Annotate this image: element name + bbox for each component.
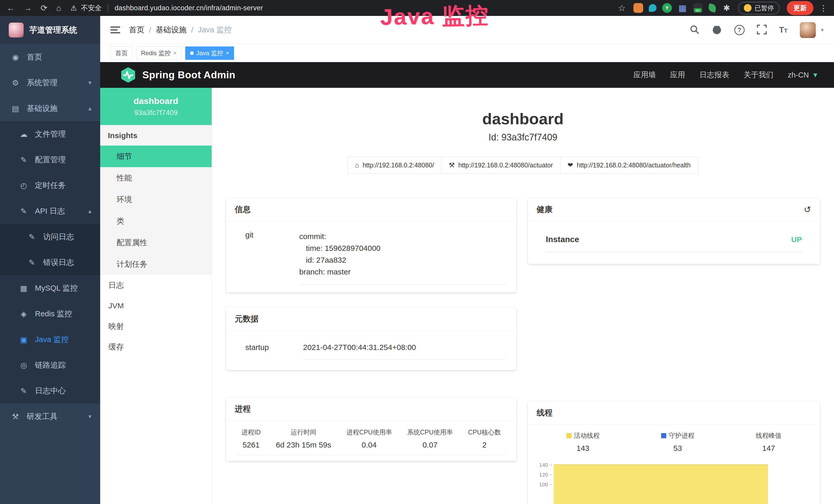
chevron-up-icon: ▴ <box>88 207 91 215</box>
extension-icon-grid[interactable]: ▦ <box>678 3 687 13</box>
extension-icon-dark[interactable]: ✱ <box>722 3 731 13</box>
extension-icon-on-switch[interactable]: on <box>693 3 703 13</box>
tag-view-bar: 首页 Redis 监控 × Java 监控 × <box>100 44 834 62</box>
home-icon[interactable]: ⌂ <box>56 3 61 13</box>
legend-square-blue <box>661 433 666 438</box>
sba-nav-applications[interactable]: 应用 <box>670 70 685 80</box>
service-url-link[interactable]: ⌂ http://192.168.0.2:48080/ <box>348 157 441 174</box>
app-title: 芋道管理系统 <box>29 25 77 36</box>
app-logo[interactable]: 芋道管理系统 <box>0 16 100 44</box>
sidebar-item-java-monitor[interactable]: ▣ Java 监控 <box>0 327 100 352</box>
font-size-icon[interactable]: TT <box>779 25 788 35</box>
info-key: git <box>245 231 299 285</box>
threads-live-stat: 活动线程 143 <box>566 431 600 453</box>
hamburger-icon[interactable] <box>110 26 120 34</box>
sba-nav-details[interactable]: 细节 <box>100 145 212 167</box>
sidebar-item-scheduled-tasks[interactable]: ◴ 定时任务 <box>0 173 100 198</box>
extension-icon-green-circle[interactable]: Y <box>662 3 672 13</box>
sba-logo-icon <box>121 68 136 83</box>
update-button[interactable]: 更新 <box>787 1 813 15</box>
browser-toolbar: ← → ⟳ ⌂ ⚠ 不安全 dashboard.yudao.iocoder.cn… <box>0 0 834 16</box>
sba-nav-about[interactable]: 关于我们 <box>744 70 773 80</box>
health-instance-row[interactable]: Instance UP <box>546 235 802 252</box>
github-icon[interactable] <box>712 24 722 36</box>
instance-id: Id: 93a3fc7f7409 <box>212 132 834 143</box>
health-url-link[interactable]: ❤ http://192.168.0.2:48080/actuator/heal… <box>560 157 698 174</box>
fullscreen-icon[interactable] <box>757 25 767 36</box>
tab-home[interactable]: 首页 <box>110 46 133 60</box>
address-bar[interactable]: ⚠ 不安全 dashboard.yudao.iocoder.cn/infra/a… <box>70 3 263 13</box>
user-avatar[interactable] <box>800 22 816 38</box>
sidebar-item-access-logs[interactable]: ✎ 访问日志 <box>0 224 100 250</box>
close-icon[interactable]: × <box>173 50 177 56</box>
sba-nav-config-props[interactable]: 配置属性 <box>100 232 212 253</box>
bookmark-star-icon[interactable]: ☆ <box>618 3 626 13</box>
sidebar-item-error-logs[interactable]: ✎ 错误日志 <box>0 250 100 275</box>
dashboard-icon: ◉ <box>11 53 20 62</box>
sba-header: Spring Boot Admin 应用墙 应用 日志报表 关于我们 zh-CN… <box>100 62 834 88</box>
app-sidebar: 芋道管理系统 ◉ 首页 ⚙ 系统管理 ▾ ▤ 基础设施 ▴ ☁ 文件管理 ✎ 配… <box>0 16 100 504</box>
sba-nav-caches[interactable]: 缓存 <box>100 337 212 357</box>
extension-icon-leaf[interactable] <box>708 3 717 13</box>
sba-brand[interactable]: Spring Boot Admin <box>121 68 235 83</box>
sba-nav-environment[interactable]: 环境 <box>100 189 212 210</box>
infrastructure-icon: ▤ <box>11 104 20 113</box>
header-actions: ? TT ▾ <box>690 22 824 38</box>
actuator-url-link[interactable]: ⚒ http://192.168.0.2:48080/actuator <box>441 157 561 174</box>
breadcrumb: 首页 / 基础设施 / Java 监控 <box>129 25 232 35</box>
browser-menu-icon[interactable]: ⋮ <box>820 4 827 13</box>
extension-icon-orange[interactable] <box>633 3 643 13</box>
sidebar-item-trace[interactable]: ◎ 链路追踪 <box>0 352 100 378</box>
threads-active-area <box>554 464 768 504</box>
sba-nav-performance[interactable]: 性能 <box>100 167 212 189</box>
sidebar-item-home[interactable]: ◉ 首页 <box>0 44 100 70</box>
legend-square-yellow <box>566 433 571 438</box>
locale-select[interactable]: zh-CN ▼ <box>788 71 818 79</box>
edit-icon: ✎ <box>19 155 28 164</box>
history-icon[interactable]: ↺ <box>804 204 811 215</box>
smiley-icon <box>744 4 751 12</box>
breadcrumb-home[interactable]: 首页 <box>129 25 144 35</box>
browser-nav-buttons: ← → ⟳ ⌂ <box>7 3 61 13</box>
instance-block[interactable]: dashboard 93a3fc7f7409 <box>100 88 212 125</box>
security-warning-icon: ⚠ <box>70 4 77 12</box>
tools-icon: ⚒ <box>11 412 20 421</box>
reload-icon[interactable]: ⟳ <box>41 3 47 13</box>
avatar-caret-icon[interactable]: ▾ <box>821 27 824 33</box>
threads-chart-plot <box>552 461 820 504</box>
tab-redis-monitor[interactable]: Redis 监控 × <box>136 46 182 60</box>
forward-icon[interactable]: → <box>24 3 32 13</box>
help-icon[interactable]: ? <box>734 25 745 35</box>
sidebar-item-dev-tools[interactable]: ⚒ 研发工具 ▾ <box>0 404 100 429</box>
sba-nav-journal[interactable]: 日志报表 <box>699 70 729 80</box>
sidebar-item-log-center[interactable]: ✎ 日志中心 <box>0 378 100 404</box>
paused-badge[interactable]: 已暂停 <box>738 2 780 15</box>
sba-nav-scheduled-tasks[interactable]: 计划任务 <box>100 253 212 275</box>
tab-java-monitor[interactable]: Java 监控 × <box>185 46 234 60</box>
sba-nav-logs[interactable]: 日志 <box>100 275 212 296</box>
home-icon: ⌂ <box>355 161 359 169</box>
sba-nav-wallboard[interactable]: 应用墙 <box>633 70 656 80</box>
sidebar-item-file-management[interactable]: ☁ 文件管理 <box>0 121 100 147</box>
breadcrumb-current: Java 监控 <box>198 25 232 35</box>
redis-icon: ◈ <box>19 310 28 318</box>
process-card: 进程 进程ID 5261 运行时间 6d 23h 15m 59s <box>226 397 516 461</box>
sidebar-item-redis-monitor[interactable]: ◈ Redis 监控 <box>0 301 100 327</box>
metadata-key: startup <box>245 343 303 360</box>
sidebar-item-config-management[interactable]: ✎ 配置管理 <box>0 147 100 173</box>
url-text[interactable]: dashboard.yudao.iocoder.cn/infra/admin-s… <box>114 4 263 12</box>
close-icon[interactable]: × <box>226 50 229 56</box>
sidebar-item-mysql-monitor[interactable]: ▦ MySQL 监控 <box>0 275 100 301</box>
extension-icon-drop[interactable] <box>649 4 657 12</box>
sba-nav: 应用墙 应用 日志报表 关于我们 zh-CN ▼ <box>633 70 818 80</box>
sba-nav-classes[interactable]: 类 <box>100 210 212 232</box>
sba-nav-jvm[interactable]: JVM <box>100 296 212 316</box>
process-stat: 进程ID 5261 <box>241 428 261 449</box>
search-icon[interactable] <box>690 25 699 36</box>
sba-nav-mappings[interactable]: 映射 <box>100 316 212 337</box>
sidebar-item-infrastructure[interactable]: ▤ 基础设施 ▴ <box>0 95 100 121</box>
breadcrumb-infrastructure[interactable]: 基础设施 <box>156 25 186 35</box>
sidebar-item-api-logs[interactable]: ✎ API 日志 ▴ <box>0 198 100 224</box>
sidebar-item-system-management[interactable]: ⚙ 系统管理 ▾ <box>0 70 100 95</box>
back-icon[interactable]: ← <box>7 3 15 13</box>
